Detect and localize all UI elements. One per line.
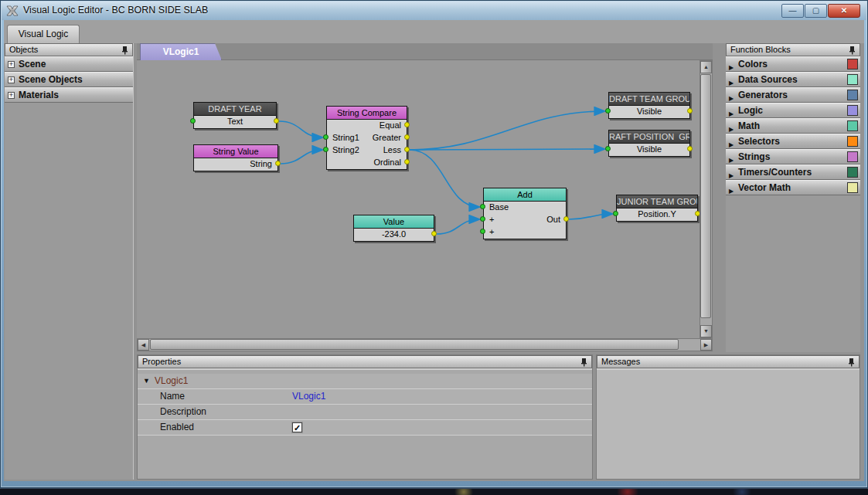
port-out[interactable] [275,161,281,166]
pin-icon[interactable] [847,358,856,367]
properties-group-vlogic1[interactable]: ▼ VLogic1 [138,374,592,389]
port-in[interactable] [613,211,618,216]
pin-icon[interactable] [580,358,588,367]
logic-node-raft-position-grp[interactable]: RAFT POSITION GRPVisible [608,130,690,157]
port-in[interactable] [190,118,196,124]
port-in[interactable] [480,229,485,234]
function-block-strings[interactable]: ▶Strings [726,149,860,164]
function-block-label: Colors [738,59,768,70]
function-block-label: Data Sources [738,74,798,85]
logic-node-add[interactable]: AddBase+Out+ [483,188,567,239]
tree-item-scene-objects[interactable]: +Scene Objects [5,72,133,87]
wire-string-compare-less-to-draft-team-group-visible[interactable] [410,111,604,150]
port-in[interactable] [480,204,485,209]
tab-vlogic1[interactable]: VLogic1 [140,43,222,60]
logic-node-junior-team-group[interactable]: JUNIOR TEAM GROUPPosition.Y [616,195,698,222]
port-out[interactable] [563,216,569,222]
port-in[interactable] [480,216,485,222]
pin-icon[interactable] [848,46,856,55]
tree-item-materials[interactable]: +Materials [5,87,133,103]
function-block-selectors[interactable]: ▶Selectors [726,134,860,149]
property-value[interactable]: VLogic1 [292,389,592,404]
function-block-generators[interactable]: ▶Generators [726,87,860,103]
property-row-enabled: Enabled✓ [138,420,592,436]
properties-body: ▼ VLogic1 NameVLogic1DescriptionEnabled✓ [138,368,592,479]
node-port-row: String [194,158,277,171]
category-color-swatch [847,105,858,116]
logic-node-string-value[interactable]: String ValueString [193,144,278,171]
wire-string-compare-less-to-raft-position-grp-visible[interactable] [410,149,604,150]
maximize-button[interactable]: ▢ [805,4,827,18]
port-out[interactable] [687,108,693,114]
port-out[interactable] [404,134,410,140]
function-block-label: Math [738,120,760,131]
vscroll-thumb[interactable] [700,74,711,318]
minimize-button[interactable]: — [781,4,804,18]
properties-group-label: VLogic1 [155,375,188,386]
port-out[interactable] [404,159,410,164]
node-port-row: Ordinal [327,157,407,169]
node-port-row: -234.0 [354,229,434,241]
expand-plus-icon[interactable]: + [8,61,15,68]
pin-icon[interactable] [121,46,129,55]
scroll-left-icon[interactable]: ◀ [138,339,149,351]
tree-item-scene[interactable]: +Scene [5,56,133,72]
logic-node-string-compare[interactable]: String CompareEqualString1GreaterString2… [326,106,407,170]
function-block-colors[interactable]: ▶Colors [726,56,860,72]
property-label: Description [138,405,292,419]
enabled-checkbox[interactable]: ✓ [292,422,302,432]
port-out[interactable] [687,146,693,151]
category-color-swatch [847,167,858,178]
function-block-timers-counters[interactable]: ▶Timers/Counters [726,164,860,180]
port-out[interactable] [404,122,410,127]
messages-body[interactable] [597,368,859,479]
objects-panel-header: Objects [5,43,133,56]
close-button[interactable]: ✕ [828,4,860,18]
port-in[interactable] [605,108,611,114]
function-block-label: Vector Math [738,182,791,193]
hscroll-track[interactable] [149,339,700,351]
node-port-row: String1Greater [327,132,407,144]
logic-node-draft-year[interactable]: DRAFT YEARText [193,102,277,129]
scroll-down-icon[interactable]: ▼ [700,325,712,337]
expand-arrow-icon[interactable]: ▶ [729,184,734,198]
wire-draft-year-text-to-string-compare-string1[interactable] [279,121,322,137]
wire-string-value-string-to-string-compare-string2[interactable] [281,150,322,164]
canvas-vertical-scrollbar[interactable]: ▲ ▼ [700,60,713,338]
hscroll-thumb[interactable] [150,339,679,350]
canvas-tabstrip: VLogic1 [137,43,713,60]
port-in[interactable] [323,147,328,152]
tab-visual-logic[interactable]: Visual Logic [7,25,80,43]
logic-node-value[interactable]: Value-234.0 [353,215,434,242]
wire-string-compare-less-to-add-base[interactable] [410,150,479,207]
node-title: String Value [194,145,277,158]
port-out[interactable] [274,118,279,124]
objects-panel: Objects +Scene+Scene Objects+Materials [5,43,134,480]
collapse-arrow-icon[interactable]: ▼ [143,374,150,388]
port-in[interactable] [323,134,328,140]
expand-plus-icon[interactable]: + [8,76,15,83]
port-in[interactable] [605,146,611,151]
function-block-logic[interactable]: ▶Logic [726,103,860,118]
logic-node-draft-team-group[interactable]: DRAFT TEAM GROUPVisible [608,92,690,119]
port-out[interactable] [404,147,410,152]
scroll-up-icon[interactable]: ▲ [700,61,712,73]
expand-plus-icon[interactable]: + [8,92,15,99]
windows-taskbar[interactable] [0,488,868,495]
canvas-horizontal-scrollbar[interactable]: ◀ ▶ [137,338,713,351]
vscroll-track[interactable] [700,73,712,325]
wire-value-234-0-to-add-[interactable] [437,219,479,234]
function-block-data-sources[interactable]: ▶Data Sources [726,72,860,87]
property-value[interactable] [292,405,592,419]
objects-tree: +Scene+Scene Objects+Materials [5,56,133,103]
wire-add-out-to-junior-team-group-position-y[interactable] [569,214,612,219]
titlebar[interactable]: Visual Logic Editor - BC BORN SIDE SLAB … [2,2,866,20]
port-out[interactable] [695,211,700,216]
logic-canvas[interactable]: DRAFT YEARTextString ValueStringString C… [137,60,700,338]
port-out[interactable] [431,231,437,236]
function-block-math[interactable]: ▶Math [726,118,860,134]
scroll-right-icon[interactable]: ▶ [700,339,712,351]
function-block-vector-math[interactable]: ▶Vector Math [726,180,860,195]
property-value[interactable]: ✓ [292,420,592,435]
category-color-swatch [847,74,858,85]
